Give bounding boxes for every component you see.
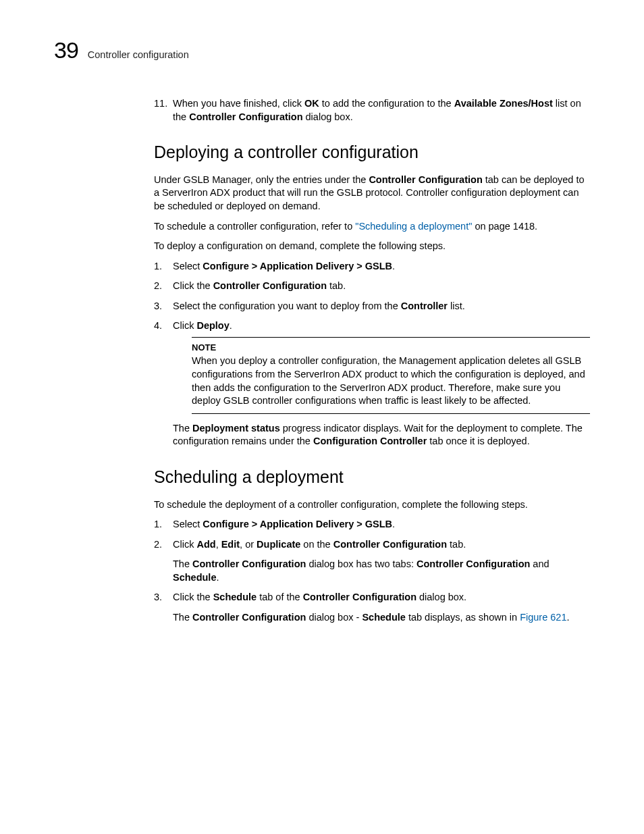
section-heading-deploying: Deploying a controller configuration <box>154 141 590 164</box>
step-4: Click Deploy. NOTE When you deploy a con… <box>154 319 590 448</box>
step-2: Click Add, Edit, or Duplicate on the Con… <box>154 538 590 585</box>
step-3: Select the configuration you want to dep… <box>154 300 590 313</box>
substep: The Controller Configuration dialog box … <box>173 558 590 584</box>
note-title: NOTE <box>192 342 590 354</box>
deploy-steps: Select Configure > Application Delivery … <box>154 260 590 448</box>
continued-steps: When you have finished, click OK to add … <box>154 97 590 124</box>
chapter-title: Controller configuration <box>88 49 189 60</box>
running-header: 39 Controller configuration <box>54 37 590 63</box>
paragraph: Under GSLB Manager, only the entries und… <box>154 174 590 213</box>
step-11: When you have finished, click OK to add … <box>154 97 590 124</box>
body-content: When you have finished, click OK to add … <box>154 97 590 625</box>
link-scheduling-a-deployment[interactable]: "Scheduling a deployment" <box>355 221 472 232</box>
section-heading-scheduling: Scheduling a deployment <box>154 466 590 489</box>
step-3: Click the Schedule tab of the Controller… <box>154 591 590 624</box>
step-1: Select Configure > Application Delivery … <box>154 260 590 273</box>
substep: The Controller Configuration dialog box … <box>173 611 590 625</box>
note-body: When you deploy a controller configurati… <box>192 355 590 407</box>
paragraph: To schedule a controller configuration, … <box>154 220 590 234</box>
link-figure-621[interactable]: Figure 621 <box>520 612 566 623</box>
note-block: NOTE When you deploy a controller config… <box>192 337 590 414</box>
schedule-steps: Select Configure > Application Delivery … <box>154 518 590 624</box>
paragraph: To schedule the deployment of a controll… <box>154 498 590 512</box>
paragraph: To deploy a configuration on demand, com… <box>154 240 590 253</box>
paragraph: The Deployment status progress indicator… <box>173 422 590 448</box>
step-1: Select Configure > Application Delivery … <box>154 518 590 531</box>
page: 39 Controller configuration When you hav… <box>0 0 644 834</box>
chapter-number: 39 <box>54 37 78 63</box>
step-2: Click the Controller Configuration tab. <box>154 280 590 293</box>
